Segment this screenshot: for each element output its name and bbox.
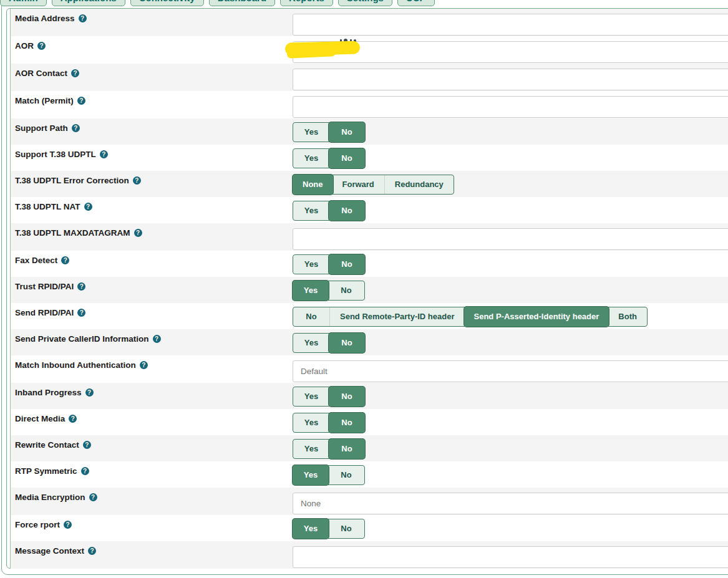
question-circle-icon[interactable]: ? <box>72 124 80 132</box>
toggle-option-none[interactable]: None <box>293 175 333 195</box>
toggle-option-yes[interactable]: Yes <box>293 465 329 485</box>
form-row: Fax Detect?YesNo <box>11 251 728 277</box>
text-input[interactable] <box>293 546 728 568</box>
question-circle-icon[interactable]: ? <box>153 335 161 343</box>
toggle-option-no[interactable]: No <box>329 201 365 221</box>
field-widget-cell <box>293 64 728 91</box>
question-circle-icon[interactable]: ? <box>134 229 142 237</box>
select-value: Default <box>301 367 328 376</box>
segmented-toggle: YesNo <box>293 465 365 485</box>
field-label: Support T.38 UDPTL <box>15 150 96 159</box>
field-label: AOR Contact <box>15 69 67 78</box>
segmented-toggle: YesNo <box>293 201 365 221</box>
field-label: Fax Detect <box>15 256 57 265</box>
toggle-option-no[interactable]: No <box>329 254 365 274</box>
field-widget-cell <box>293 541 728 569</box>
question-circle-icon[interactable]: ? <box>61 256 69 264</box>
select-input[interactable]: Default <box>293 360 728 382</box>
tab-connectivity[interactable]: Connectivity <box>130 0 204 6</box>
question-circle-icon[interactable]: ? <box>69 415 77 423</box>
segmented-toggle: YesNo <box>293 439 365 459</box>
field-label-cell: T.38 UDPTL MAXDATAGRAM? <box>11 223 293 251</box>
question-circle-icon[interactable]: ? <box>81 467 89 475</box>
toggle-option-yes[interactable]: Yes <box>293 413 329 432</box>
toggle-option-no[interactable]: No <box>328 466 364 484</box>
question-circle-icon[interactable]: ? <box>77 97 85 105</box>
form-row: Media Address? <box>11 9 728 36</box>
question-circle-icon[interactable]: ? <box>89 493 97 501</box>
toggle-option-no[interactable]: No <box>328 281 364 300</box>
toggle-option-yes[interactable]: Yes <box>293 387 329 406</box>
form-row: T.38 UDPTL NAT?YesNo <box>11 197 728 223</box>
form-row: AOR? <box>11 36 728 64</box>
toggle-option-redundancy[interactable]: Redundancy <box>384 175 454 194</box>
toggle-option-send-remote-party-id-header[interactable]: Send Remote-Party-ID header <box>329 307 465 326</box>
form-rows: Media Address?AOR?AOR Contact?Match (Per… <box>10 9 728 569</box>
question-circle-icon[interactable]: ? <box>79 14 87 22</box>
toggle-option-no[interactable]: No <box>329 387 365 407</box>
text-input[interactable] <box>293 14 728 36</box>
question-circle-icon[interactable]: ? <box>140 361 148 369</box>
question-circle-icon[interactable]: ? <box>71 69 79 77</box>
toggle-option-forward[interactable]: Forward <box>332 175 384 194</box>
form-row: T.38 UDPTL MAXDATAGRAM? <box>11 223 728 251</box>
question-circle-icon[interactable]: ? <box>100 150 108 158</box>
question-circle-icon[interactable]: ? <box>64 521 72 529</box>
toggle-option-send-p-asserted-identity-header[interactable]: Send P-Asserted-Identity header <box>464 307 609 327</box>
question-circle-icon[interactable]: ? <box>88 547 96 555</box>
field-label: Direct Media <box>15 414 65 423</box>
field-label-cell: Match Inbound Authentication? <box>11 355 293 383</box>
field-label: T.38 UDPTL Error Correction <box>15 176 129 185</box>
toggle-option-yes[interactable]: Yes <box>293 334 329 352</box>
question-circle-icon[interactable]: ? <box>83 441 91 449</box>
toggle-option-yes[interactable]: Yes <box>293 201 329 220</box>
tab-dashboard[interactable]: Dashboard <box>209 0 275 6</box>
field-label-cell: Send RPID/PAI? <box>11 303 293 329</box>
field-label-cell: Inband Progress? <box>11 383 293 409</box>
tab-applications[interactable]: Applications <box>52 0 125 6</box>
toggle-option-yes[interactable]: Yes <box>293 440 329 458</box>
form-row: AOR Contact? <box>11 64 728 91</box>
toggle-option-no[interactable]: No <box>329 148 365 168</box>
field-widget-cell: YesNo <box>293 383 728 409</box>
toggle-option-no[interactable]: No <box>329 122 365 142</box>
field-label-cell: Match (Permit)? <box>11 91 293 118</box>
toggle-option-yes[interactable]: Yes <box>293 519 329 539</box>
select-input[interactable]: None <box>293 493 728 514</box>
toggle-option-yes[interactable]: Yes <box>293 255 329 274</box>
tab-settings[interactable]: Settings <box>338 0 392 6</box>
form-row: Support T.38 UDPTL?YesNo <box>11 145 728 171</box>
toggle-option-yes[interactable]: Yes <box>293 149 329 168</box>
text-input[interactable] <box>293 96 728 118</box>
question-circle-icon[interactable]: ? <box>85 388 94 397</box>
field-widget-cell: YesNo <box>293 461 728 488</box>
question-circle-icon[interactable]: ? <box>77 309 85 317</box>
field-label-cell: Send Private CallerID Information? <box>11 329 293 355</box>
text-input[interactable] <box>293 69 728 90</box>
toggle-option-no[interactable]: No <box>329 439 365 459</box>
field-label: Force rport <box>15 520 60 529</box>
field-widget-cell: YesNo <box>293 197 728 223</box>
field-widget-cell: YesNo <box>293 145 728 171</box>
text-input[interactable] <box>293 228 728 250</box>
field-label: Match Inbound Authentication <box>15 360 136 370</box>
toggle-option-no[interactable]: No <box>328 519 364 538</box>
question-circle-icon[interactable]: ? <box>37 42 46 50</box>
toggle-option-no[interactable]: No <box>293 307 329 326</box>
question-circle-icon[interactable]: ? <box>84 203 92 211</box>
field-widget-cell <box>293 9 728 36</box>
field-label-cell: RTP Symmetric? <box>11 461 293 488</box>
toggle-option-yes[interactable]: Yes <box>293 281 329 301</box>
field-label: Send Private CallerID Information <box>15 334 149 344</box>
toggle-option-no[interactable]: No <box>329 333 365 353</box>
toggle-option-yes[interactable]: Yes <box>293 123 329 142</box>
segmented-toggle: YesNo <box>293 519 365 539</box>
tab-admin[interactable]: Admin <box>0 0 47 6</box>
form-row: Match (Permit)? <box>11 91 728 118</box>
tab-ucp[interactable]: UCP <box>397 0 435 6</box>
toggle-option-both[interactable]: Both <box>608 307 647 326</box>
question-circle-icon[interactable]: ? <box>133 176 141 185</box>
tab-reports[interactable]: Reports <box>280 0 333 6</box>
question-circle-icon[interactable]: ? <box>77 282 85 291</box>
toggle-option-no[interactable]: No <box>329 413 365 433</box>
